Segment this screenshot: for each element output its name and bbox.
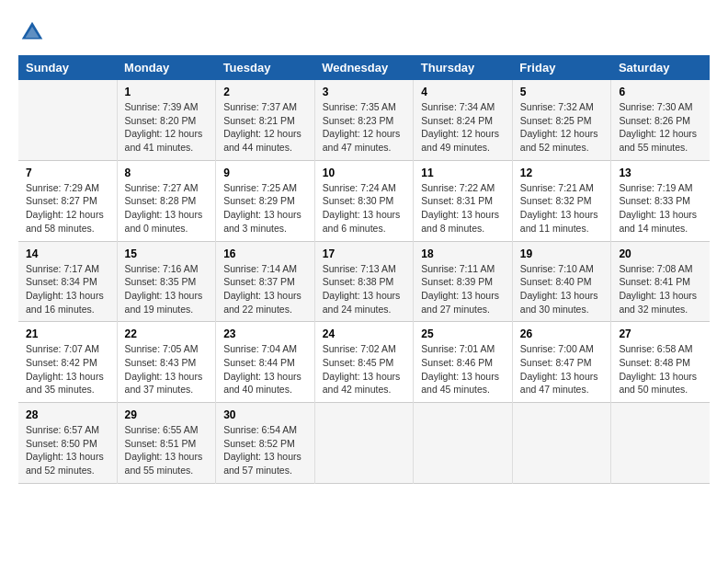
weekday-header-friday: Friday xyxy=(512,55,611,80)
day-info: Sunrise: 7:19 AM Sunset: 8:33 PM Dayligh… xyxy=(619,181,702,236)
calendar-cell: 19Sunrise: 7:10 AM Sunset: 8:40 PM Dayli… xyxy=(512,241,611,322)
day-number: 12 xyxy=(520,167,604,179)
calendar-cell: 6Sunrise: 7:30 AM Sunset: 8:26 PM Daylig… xyxy=(611,80,710,160)
day-info: Sunrise: 7:02 AM Sunset: 8:45 PM Dayligh… xyxy=(323,342,406,396)
day-info: Sunrise: 7:13 AM Sunset: 8:38 PM Dayligh… xyxy=(323,262,406,316)
week-row-3: 14Sunrise: 7:17 AM Sunset: 8:34 PM Dayli… xyxy=(18,241,710,322)
day-number: 18 xyxy=(421,247,505,260)
calendar-cell: 16Sunrise: 7:14 AM Sunset: 8:37 PM Dayli… xyxy=(216,241,315,322)
day-info: Sunrise: 7:34 AM Sunset: 8:24 PM Dayligh… xyxy=(421,100,505,155)
day-number: 20 xyxy=(619,247,702,260)
calendar-cell xyxy=(414,403,513,484)
calendar-cell: 7Sunrise: 7:29 AM Sunset: 8:27 PM Daylig… xyxy=(18,160,117,241)
calendar-cell: 29Sunrise: 6:55 AM Sunset: 8:51 PM Dayli… xyxy=(117,403,216,484)
calendar-cell: 3Sunrise: 7:35 AM Sunset: 8:23 PM Daylig… xyxy=(314,80,414,160)
calendar-cell: 4Sunrise: 7:34 AM Sunset: 8:24 PM Daylig… xyxy=(414,80,513,160)
calendar-cell: 18Sunrise: 7:11 AM Sunset: 8:39 PM Dayli… xyxy=(414,241,513,322)
calendar-cell: 27Sunrise: 6:58 AM Sunset: 8:48 PM Dayli… xyxy=(611,322,710,403)
calendar-cell xyxy=(512,403,611,484)
day-info: Sunrise: 7:11 AM Sunset: 8:39 PM Dayligh… xyxy=(421,262,505,316)
day-info: Sunrise: 7:04 AM Sunset: 8:44 PM Dayligh… xyxy=(223,342,307,396)
day-info: Sunrise: 7:32 AM Sunset: 8:25 PM Dayligh… xyxy=(520,100,604,155)
day-info: Sunrise: 7:39 AM Sunset: 8:20 PM Dayligh… xyxy=(125,100,209,155)
day-number: 24 xyxy=(323,327,406,340)
calendar-cell xyxy=(611,403,710,484)
day-number: 11 xyxy=(421,167,505,179)
calendar-cell: 22Sunrise: 7:05 AM Sunset: 8:43 PM Dayli… xyxy=(117,322,216,403)
calendar-cell: 10Sunrise: 7:24 AM Sunset: 8:30 PM Dayli… xyxy=(314,160,414,241)
calendar-cell: 12Sunrise: 7:21 AM Sunset: 8:32 PM Dayli… xyxy=(512,160,611,241)
calendar-cell: 8Sunrise: 7:27 AM Sunset: 8:28 PM Daylig… xyxy=(117,160,216,241)
day-info: Sunrise: 7:08 AM Sunset: 8:41 PM Dayligh… xyxy=(619,262,702,316)
calendar-cell: 14Sunrise: 7:17 AM Sunset: 8:34 PM Dayli… xyxy=(18,241,117,322)
weekday-header-monday: Monday xyxy=(117,55,216,80)
calendar-cell: 17Sunrise: 7:13 AM Sunset: 8:38 PM Dayli… xyxy=(314,241,414,322)
logo-icon xyxy=(18,18,46,46)
weekday-header-sunday: Sunday xyxy=(18,55,117,80)
calendar-cell: 26Sunrise: 7:00 AM Sunset: 8:47 PM Dayli… xyxy=(512,322,611,403)
day-number: 3 xyxy=(323,86,406,98)
day-number: 15 xyxy=(125,247,209,260)
day-info: Sunrise: 6:58 AM Sunset: 8:48 PM Dayligh… xyxy=(619,342,702,396)
calendar-cell: 5Sunrise: 7:32 AM Sunset: 8:25 PM Daylig… xyxy=(512,80,611,160)
page-header xyxy=(18,18,710,46)
day-number: 28 xyxy=(26,408,109,421)
calendar-cell: 9Sunrise: 7:25 AM Sunset: 8:29 PM Daylig… xyxy=(216,160,315,241)
week-row-4: 21Sunrise: 7:07 AM Sunset: 8:42 PM Dayli… xyxy=(18,322,710,403)
week-row-5: 28Sunrise: 6:57 AM Sunset: 8:50 PM Dayli… xyxy=(18,403,710,484)
day-info: Sunrise: 7:37 AM Sunset: 8:21 PM Dayligh… xyxy=(223,100,307,155)
calendar-cell: 1Sunrise: 7:39 AM Sunset: 8:20 PM Daylig… xyxy=(117,80,216,160)
day-info: Sunrise: 7:07 AM Sunset: 8:42 PM Dayligh… xyxy=(26,342,109,396)
calendar-cell: 11Sunrise: 7:22 AM Sunset: 8:31 PM Dayli… xyxy=(414,160,513,241)
day-info: Sunrise: 7:01 AM Sunset: 8:46 PM Dayligh… xyxy=(421,342,505,396)
day-number: 4 xyxy=(421,86,505,98)
weekday-header-saturday: Saturday xyxy=(611,55,710,80)
day-number: 9 xyxy=(223,167,307,179)
day-number: 30 xyxy=(223,408,307,421)
day-number: 10 xyxy=(323,167,406,179)
day-info: Sunrise: 7:17 AM Sunset: 8:34 PM Dayligh… xyxy=(26,262,109,316)
day-number: 13 xyxy=(619,167,702,179)
calendar-cell: 25Sunrise: 7:01 AM Sunset: 8:46 PM Dayli… xyxy=(414,322,513,403)
weekday-header-thursday: Thursday xyxy=(414,55,513,80)
day-info: Sunrise: 7:14 AM Sunset: 8:37 PM Dayligh… xyxy=(223,262,307,316)
day-number: 2 xyxy=(223,86,307,98)
logo xyxy=(18,18,48,46)
day-info: Sunrise: 7:10 AM Sunset: 8:40 PM Dayligh… xyxy=(520,262,604,316)
day-number: 14 xyxy=(26,247,109,260)
day-number: 22 xyxy=(125,327,209,340)
calendar-cell: 13Sunrise: 7:19 AM Sunset: 8:33 PM Dayli… xyxy=(611,160,710,241)
day-info: Sunrise: 7:29 AM Sunset: 8:27 PM Dayligh… xyxy=(26,181,109,236)
day-info: Sunrise: 7:05 AM Sunset: 8:43 PM Dayligh… xyxy=(125,342,209,396)
day-info: Sunrise: 7:00 AM Sunset: 8:47 PM Dayligh… xyxy=(520,342,604,396)
day-number: 25 xyxy=(421,327,505,340)
day-info: Sunrise: 7:35 AM Sunset: 8:23 PM Dayligh… xyxy=(323,100,406,155)
day-number: 6 xyxy=(619,86,702,98)
calendar-cell: 23Sunrise: 7:04 AM Sunset: 8:44 PM Dayli… xyxy=(216,322,315,403)
day-info: Sunrise: 7:27 AM Sunset: 8:28 PM Dayligh… xyxy=(125,181,209,236)
day-info: Sunrise: 7:30 AM Sunset: 8:26 PM Dayligh… xyxy=(619,100,702,155)
week-row-2: 7Sunrise: 7:29 AM Sunset: 8:27 PM Daylig… xyxy=(18,160,710,241)
day-number: 23 xyxy=(223,327,307,340)
week-row-1: 1Sunrise: 7:39 AM Sunset: 8:20 PM Daylig… xyxy=(18,80,710,160)
day-number: 17 xyxy=(323,247,406,260)
calendar-cell: 21Sunrise: 7:07 AM Sunset: 8:42 PM Dayli… xyxy=(18,322,117,403)
day-number: 7 xyxy=(26,167,109,179)
calendar-cell: 28Sunrise: 6:57 AM Sunset: 8:50 PM Dayli… xyxy=(18,403,117,484)
day-number: 16 xyxy=(223,247,307,260)
calendar-table: SundayMondayTuesdayWednesdayThursdayFrid… xyxy=(18,55,710,484)
calendar-cell xyxy=(314,403,414,484)
day-number: 5 xyxy=(520,86,604,98)
day-number: 29 xyxy=(125,408,209,421)
day-info: Sunrise: 7:24 AM Sunset: 8:30 PM Dayligh… xyxy=(323,181,406,236)
calendar-cell: 20Sunrise: 7:08 AM Sunset: 8:41 PM Dayli… xyxy=(611,241,710,322)
calendar-cell: 15Sunrise: 7:16 AM Sunset: 8:35 PM Dayli… xyxy=(117,241,216,322)
day-info: Sunrise: 6:57 AM Sunset: 8:50 PM Dayligh… xyxy=(26,423,109,477)
day-info: Sunrise: 7:22 AM Sunset: 8:31 PM Dayligh… xyxy=(421,181,505,236)
day-info: Sunrise: 7:16 AM Sunset: 8:35 PM Dayligh… xyxy=(125,262,209,316)
day-info: Sunrise: 7:25 AM Sunset: 8:29 PM Dayligh… xyxy=(223,181,307,236)
day-info: Sunrise: 7:21 AM Sunset: 8:32 PM Dayligh… xyxy=(520,181,604,236)
day-number: 8 xyxy=(125,167,209,179)
calendar-cell: 2Sunrise: 7:37 AM Sunset: 8:21 PM Daylig… xyxy=(216,80,315,160)
weekday-header-wednesday: Wednesday xyxy=(314,55,414,80)
